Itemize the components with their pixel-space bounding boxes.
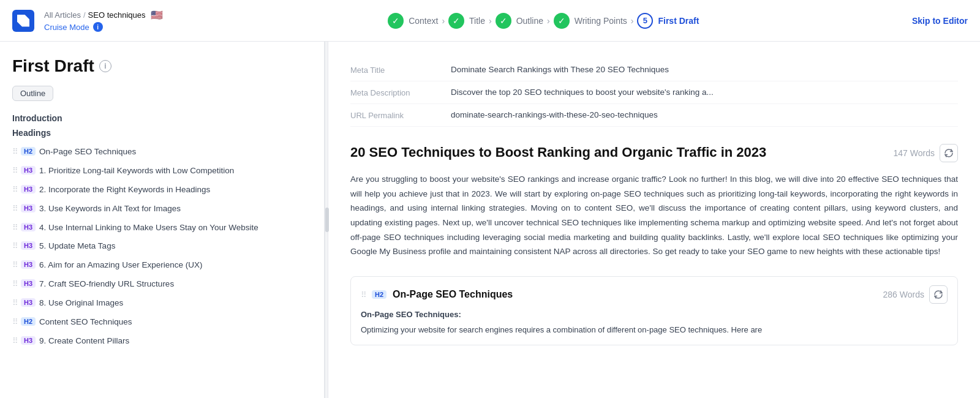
h3-badge: H3	[21, 204, 36, 212]
cruise-info-icon: i	[93, 22, 103, 32]
drag-handle-icon[interactable]: ⠿	[12, 184, 17, 194]
outline-item-h3-3[interactable]: ⠿ H3 3. Use Keywords in Alt Text for Ima…	[12, 200, 312, 219]
flag-icon: 🇺🇸	[151, 9, 163, 21]
drag-handle-icon[interactable]: ⠿	[12, 317, 17, 326]
outline-item-text: 3. Use Keywords in Alt Text for Images	[39, 203, 181, 215]
top-nav: All Articles / SEO techniques 🇺🇸 Cruise …	[0, 0, 980, 42]
refresh-button[interactable]	[940, 144, 958, 162]
step-check-context: ✓	[388, 13, 404, 29]
content-area: Meta Title Dominate Search Rankings with…	[328, 42, 980, 398]
step-writing-points[interactable]: ✓ Writing Points	[554, 13, 627, 29]
outline-item-h3-4[interactable]: ⠿ H3 4. Use Internal Linking to Make Use…	[12, 219, 312, 238]
page-title: First Draft i	[12, 56, 312, 76]
steps-nav: ✓ Context › ✓ Title › ✓ Outline › ✓ Writ…	[187, 13, 900, 29]
outline-item-h3-7[interactable]: ⠿ H3 7. Craft SEO-friendly URL Structure…	[12, 275, 312, 294]
outline-item-text: 4. Use Internal Linking to Make Users St…	[39, 222, 258, 234]
outline-item-text: 1. Prioritize Long-tail Keywords with Lo…	[39, 165, 234, 177]
outline-item-text: 6. Aim for an Amazing User Experience (U…	[39, 260, 202, 271]
outline-item-h3-8[interactable]: ⠿ H3 8. Use Original Images	[12, 294, 312, 313]
breadcrumb-separator: /	[83, 10, 86, 20]
introduction-label: Introduction	[12, 113, 312, 123]
word-count-area: 147 Words	[894, 144, 958, 162]
step-check-writing: ✓	[554, 13, 570, 29]
article-body: Are you struggling to boost your website…	[350, 172, 958, 259]
outline-item-h3-1[interactable]: ⠿ H3 1. Prioritize Long-tail Keywords wi…	[12, 162, 312, 181]
step-first-draft[interactable]: 5 First Draft	[637, 13, 699, 29]
sidebar: First Draft i Outline Introduction Headi…	[0, 42, 325, 398]
word-count: 147 Words	[894, 148, 935, 158]
article-title: 20 SEO Techniques to Boost Ranking and O…	[350, 144, 881, 162]
outline-item-h3-6[interactable]: ⠿ H3 6. Aim for an Amazing User Experien…	[12, 256, 312, 275]
section-refresh-button[interactable]	[929, 285, 948, 304]
outline-item-h2-content[interactable]: ⠿ H2 Content SEO Techniques	[12, 313, 312, 332]
h3-badge: H3	[21, 260, 36, 269]
app-logo	[12, 10, 34, 32]
h3-badge: H3	[21, 298, 36, 307]
outline-item-text: Content SEO Techniques	[39, 317, 132, 328]
chevron-icon-4: ›	[631, 16, 634, 26]
url-permalink-row: URL Permalink dominate-search-rankings-w…	[350, 104, 958, 127]
resize-divider[interactable]	[325, 42, 328, 398]
meta-title-row: Meta Title Dominate Search Rankings with…	[350, 59, 958, 81]
step-label-outline: Outline	[516, 16, 543, 26]
meta-description-value: Discover the top 20 SEO techniques to bo…	[451, 88, 958, 97]
step-check-outline: ✓	[496, 13, 511, 29]
outline-item-text: 8. Use Original Images	[39, 298, 123, 309]
skip-to-editor-button[interactable]: Skip to Editor	[912, 16, 968, 26]
step-label-writing: Writing Points	[575, 16, 627, 26]
breadcrumb: All Articles / SEO techniques 🇺🇸 Cruise …	[44, 9, 163, 32]
h3-badge: H3	[21, 166, 36, 175]
section-body-text: Optimizing your website for search engin…	[361, 324, 948, 337]
outline-item-h3-2[interactable]: ⠿ H3 2. Incorporate the Right Keywords i…	[12, 181, 312, 200]
meta-title-label: Meta Title	[350, 65, 436, 75]
h2-badge: H2	[21, 317, 36, 326]
url-permalink-label: URL Permalink	[350, 110, 436, 120]
outline-item-text: 7. Craft SEO-friendly URL Structures	[39, 279, 174, 290]
step-context[interactable]: ✓ Context	[388, 13, 438, 29]
step-outline[interactable]: ✓ Outline	[496, 13, 543, 29]
article-header: 20 SEO Techniques to Boost Ranking and O…	[350, 144, 958, 162]
section-block-title: On-Page SEO Techniques	[393, 289, 513, 300]
h3-badge: H3	[21, 241, 36, 250]
divider-handle	[325, 208, 329, 232]
logo-icon	[17, 15, 29, 27]
h3-badge: H3	[21, 185, 36, 193]
step-num-first-draft: 5	[637, 13, 653, 29]
section-word-count: 286 Words	[883, 290, 924, 299]
drag-handle-icon[interactable]: ⠿	[12, 241, 17, 250]
outline-item-h3-5[interactable]: ⠿ H3 5. Update Meta Tags	[12, 237, 312, 256]
meta-title-value: Dominate Search Rankings with These 20 S…	[451, 65, 958, 74]
step-label-first-draft: First Draft	[658, 16, 699, 26]
page-title-text: First Draft	[12, 56, 94, 76]
outline-item-h3-9[interactable]: ⠿ H3 9. Create Content Pillars	[12, 332, 312, 351]
section-block-left: ⠿ H2 On-Page SEO Techniques	[361, 289, 513, 300]
outline-item-h2-onpage[interactable]: ⠿ H2 On-Page SEO Techniques	[12, 143, 312, 162]
drag-handle-icon[interactable]: ⠿	[12, 203, 17, 213]
outline-item-text: 5. Update Meta Tags	[39, 241, 115, 252]
drag-handle-icon[interactable]: ⠿	[361, 290, 366, 299]
section-body-label: On-Page SEO Techniques:	[361, 309, 948, 321]
step-label-context: Context	[409, 16, 438, 26]
step-title[interactable]: ✓ Title	[448, 13, 485, 29]
breadcrumb-all-articles[interactable]: All Articles	[44, 10, 81, 20]
main-layout: First Draft i Outline Introduction Headi…	[0, 42, 980, 398]
drag-handle-icon[interactable]: ⠿	[12, 336, 17, 345]
h2-badge: H2	[21, 147, 36, 156]
drag-handle-icon[interactable]: ⠿	[12, 146, 17, 156]
cruise-mode[interactable]: Cruise Mode i	[44, 22, 103, 32]
chevron-icon-1: ›	[442, 16, 445, 26]
meta-description-label: Meta Description	[350, 88, 436, 97]
chevron-icon-2: ›	[489, 16, 492, 26]
drag-handle-icon[interactable]: ⠿	[12, 260, 17, 269]
drag-handle-icon[interactable]: ⠿	[12, 279, 17, 288]
outline-badge[interactable]: Outline	[12, 86, 53, 101]
section-block-onpage: ⠿ H2 On-Page SEO Techniques 286 Words On…	[350, 276, 958, 346]
breadcrumb-path: All Articles / SEO techniques 🇺🇸	[44, 9, 163, 21]
outline-item-text: On-Page SEO Techniques	[39, 146, 136, 158]
drag-handle-icon[interactable]: ⠿	[12, 298, 17, 307]
drag-handle-icon[interactable]: ⠿	[12, 222, 17, 232]
section-block-body: On-Page SEO Techniques: Optimizing your …	[361, 309, 948, 337]
drag-handle-icon[interactable]: ⠿	[12, 165, 17, 175]
meta-section: Meta Title Dominate Search Rankings with…	[350, 59, 958, 127]
title-info-icon: i	[99, 60, 111, 72]
